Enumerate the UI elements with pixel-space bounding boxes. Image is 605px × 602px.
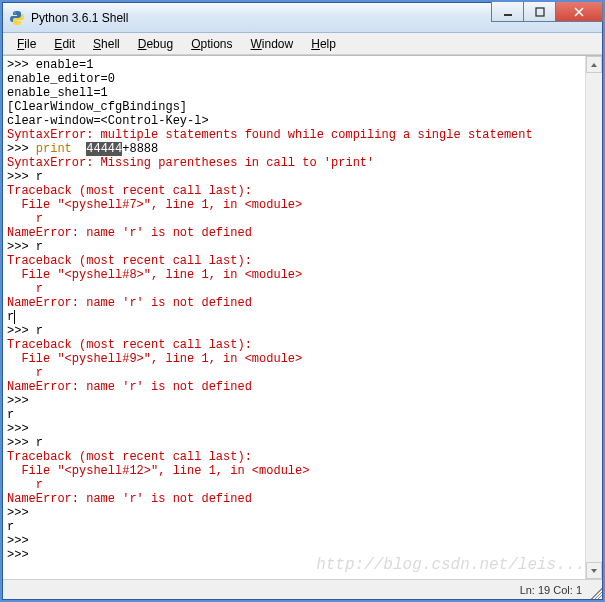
scroll-up-button[interactable] <box>586 56 602 73</box>
shell-line: [ClearWindow_cfgBindings] <box>7 100 581 114</box>
svg-rect-1 <box>536 8 544 16</box>
shell-line: r <box>7 282 581 296</box>
titlebar[interactable]: Python 3.6.1 Shell <box>3 3 602 33</box>
shell-line: >>> <box>7 534 581 548</box>
shell-line: enable_editor=0 <box>7 72 581 86</box>
window-controls <box>491 2 603 22</box>
shell-line: Traceback (most recent call last): <box>7 254 581 268</box>
shell-line: clear-window=<Control-Key-l> <box>7 114 581 128</box>
shell-line: >>> r <box>7 436 581 450</box>
shell-line: r <box>7 408 581 422</box>
shell-line: Traceback (most recent call last): <box>7 450 581 464</box>
shell-line: NameError: name 'r' is not defined <box>7 226 581 240</box>
scroll-track[interactable] <box>586 73 602 562</box>
shell-line: NameError: name 'r' is not defined <box>7 492 581 506</box>
maximize-button[interactable] <box>523 2 555 22</box>
shell-line: >>> enable=1 <box>7 58 581 72</box>
shell-line: NameError: name 'r' is not defined <box>7 296 581 310</box>
shell-line: >>> <box>7 506 581 520</box>
statusbar: Ln: 19 Col: 1 <box>3 579 602 599</box>
shell-line: r <box>7 520 581 534</box>
close-button[interactable] <box>555 2 603 22</box>
shell-line: >>> r <box>7 240 581 254</box>
menubar: FileEditShellDebugOptionsWindowHelp <box>3 33 602 55</box>
vertical-scrollbar[interactable] <box>585 56 602 579</box>
shell-line: SyntaxError: multiple statements found w… <box>7 128 581 142</box>
shell-line: >>> <box>7 422 581 436</box>
shell-line: NameError: name 'r' is not defined <box>7 380 581 394</box>
shell-line: r <box>7 310 581 324</box>
shell-line: >>> <box>7 394 581 408</box>
shell-line: >>> r <box>7 324 581 338</box>
shell-line: >>> print 44444+8888 <box>7 142 581 156</box>
window-title: Python 3.6.1 Shell <box>31 11 491 25</box>
menu-file[interactable]: File <box>9 35 44 53</box>
shell-line: File "<pyshell#7>", line 1, in <module> <box>7 198 581 212</box>
shell-line: enable_shell=1 <box>7 86 581 100</box>
shell-line: r <box>7 366 581 380</box>
resize-grip-icon[interactable] <box>588 585 602 599</box>
python-icon <box>9 10 25 26</box>
scroll-down-button[interactable] <box>586 562 602 579</box>
menu-window[interactable]: Window <box>243 35 302 53</box>
menu-debug[interactable]: Debug <box>130 35 181 53</box>
shell-line: >>> <box>7 548 581 562</box>
shell-line: >>> r <box>7 170 581 184</box>
shell-output[interactable]: >>> enable=1enable_editor=0enable_shell=… <box>3 56 585 579</box>
menu-shell[interactable]: Shell <box>85 35 128 53</box>
shell-line: File "<pyshell#12>", line 1, in <module> <box>7 464 581 478</box>
cursor-position: Ln: 19 Col: 1 <box>520 584 582 596</box>
shell-line: SyntaxError: Missing parentheses in call… <box>7 156 581 170</box>
app-window: Python 3.6.1 Shell FileEditShellDebugOpt… <box>2 2 603 600</box>
minimize-button[interactable] <box>491 2 523 22</box>
shell-line: r <box>7 212 581 226</box>
shell-line: r <box>7 478 581 492</box>
menu-help[interactable]: Help <box>303 35 344 53</box>
menu-options[interactable]: Options <box>183 35 240 53</box>
menu-edit[interactable]: Edit <box>46 35 83 53</box>
shell-line: File "<pyshell#8>", line 1, in <module> <box>7 268 581 282</box>
shell-line: Traceback (most recent call last): <box>7 184 581 198</box>
shell-line: File "<pyshell#9>", line 1, in <module> <box>7 352 581 366</box>
svg-rect-0 <box>504 14 512 16</box>
shell-line: Traceback (most recent call last): <box>7 338 581 352</box>
